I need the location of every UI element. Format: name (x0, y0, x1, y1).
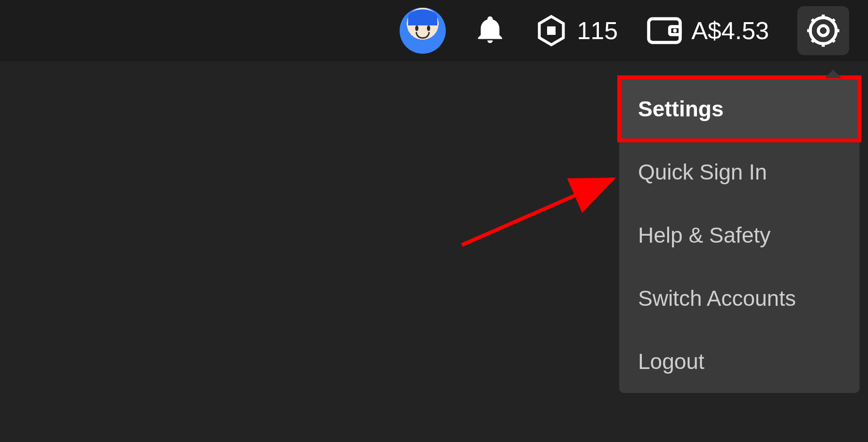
robux-count: 115 (577, 16, 618, 45)
notifications-button[interactable] (474, 14, 506, 48)
menu-item-label: Settings (638, 97, 723, 121)
bell-icon (474, 14, 506, 46)
svg-line-8 (462, 179, 613, 245)
menu-item-quick-sign-in[interactable]: Quick Sign In (619, 140, 860, 204)
wallet-amount: A$4.53 (691, 16, 769, 45)
wallet-icon (646, 16, 683, 45)
menu-item-label: Quick Sign In (638, 160, 767, 184)
menu-item-settings[interactable]: Settings (619, 77, 860, 140)
user-avatar[interactable] (400, 8, 446, 54)
robux-icon (534, 14, 568, 48)
menu-item-label: Logout (638, 349, 704, 374)
content-area: Settings Quick Sign In Help & Safety Swi… (0, 61, 868, 442)
menu-item-switch-accounts[interactable]: Switch Accounts (619, 267, 860, 330)
svg-point-5 (819, 26, 828, 36)
avatar-face (400, 25, 446, 39)
svg-rect-1 (547, 26, 556, 35)
svg-point-6 (810, 17, 836, 43)
svg-point-4 (673, 29, 677, 33)
menu-item-help-safety[interactable]: Help & Safety (619, 204, 860, 267)
menu-item-label: Switch Accounts (638, 286, 796, 311)
menu-item-logout[interactable]: Logout (619, 330, 860, 393)
top-navigation-bar: 115 A$4.53 (0, 0, 868, 61)
settings-dropdown-menu: Settings Quick Sign In Help & Safety Swi… (619, 77, 860, 393)
menu-item-label: Help & Safety (638, 223, 770, 247)
robux-balance[interactable]: 115 (534, 14, 618, 48)
annotation-arrow (452, 165, 631, 259)
settings-gear-button[interactable] (797, 6, 849, 55)
gear-icon (805, 12, 842, 49)
wallet-balance[interactable]: A$4.53 (646, 16, 769, 45)
